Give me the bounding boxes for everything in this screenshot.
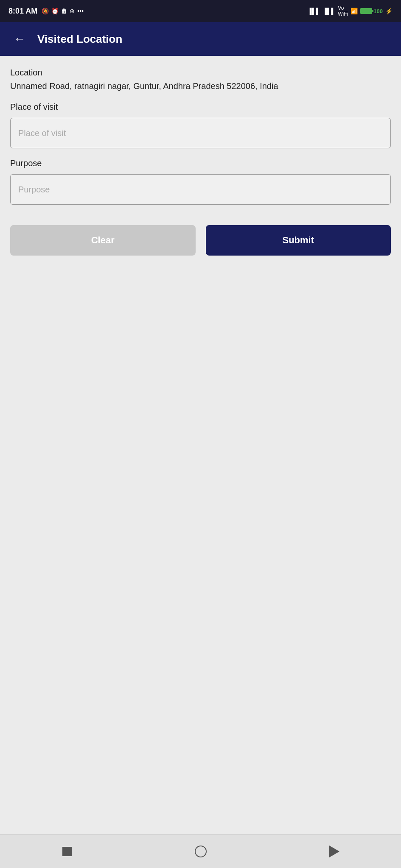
submit-button[interactable]: Submit <box>206 225 391 256</box>
place-of-visit-group: Place of visit <box>10 102 391 148</box>
button-row: Clear Submit <box>10 225 391 256</box>
recent-apps-icon <box>62 847 72 856</box>
place-of-visit-input[interactable] <box>10 118 391 148</box>
place-of-visit-label: Place of visit <box>10 102 391 112</box>
purpose-group: Purpose <box>10 159 391 205</box>
main-content: Location Unnamed Road, ratnagiri nagar, … <box>0 56 401 834</box>
nav-back-button[interactable] <box>322 839 347 864</box>
alarm-icon: ⏰ <box>51 8 59 14</box>
app-bar: ← Visited Location <box>0 22 401 56</box>
purpose-label: Purpose <box>10 159 391 168</box>
status-time: 8:01 AM <box>8 7 37 16</box>
battery-icon <box>360 8 372 14</box>
nav-home-button[interactable] <box>188 839 213 864</box>
navigation-bar <box>0 834 401 868</box>
status-left: 8:01 AM 🔕 ⏰ 🗑 ⊕ ••• <box>8 7 84 16</box>
battery-fill <box>361 9 371 13</box>
trash-icon: 🗑 <box>61 8 67 14</box>
location-value: Unnamed Road, ratnagiri nagar, Guntur, A… <box>10 80 391 92</box>
home-icon <box>195 846 207 857</box>
globe-icon: ⊕ <box>70 8 75 14</box>
more-icon: ••• <box>77 8 84 14</box>
status-bar: 8:01 AM 🔕 ⏰ 🗑 ⊕ ••• ▐▌▌ ▐▌▌ VoWiFi 📶 100… <box>0 0 401 22</box>
status-icons: 🔕 ⏰ 🗑 ⊕ ••• <box>42 8 84 14</box>
wifi-icon: 📶 <box>351 8 358 14</box>
back-icon <box>329 846 339 857</box>
signal-icon: ▐▌▌ <box>308 8 320 14</box>
mute-icon: 🔕 <box>42 8 49 14</box>
battery-label: 100 <box>373 8 383 14</box>
charging-icon: ⚡ <box>385 8 393 14</box>
battery-indicator: 100 <box>360 8 383 14</box>
purpose-input[interactable] <box>10 174 391 205</box>
nav-recent-button[interactable] <box>54 839 80 864</box>
signal2-icon: ▐▌▌ <box>323 8 336 14</box>
status-right: ▐▌▌ ▐▌▌ VoWiFi 📶 100 ⚡ <box>308 5 393 17</box>
back-arrow-icon: ← <box>14 32 25 46</box>
page-title: Visited Location <box>37 33 122 46</box>
clear-button[interactable]: Clear <box>10 225 196 256</box>
vowifi-icon: VoWiFi <box>338 5 348 17</box>
location-label: Location <box>10 68 391 78</box>
location-group: Location Unnamed Road, ratnagiri nagar, … <box>10 68 391 92</box>
back-button[interactable]: ← <box>10 29 29 49</box>
